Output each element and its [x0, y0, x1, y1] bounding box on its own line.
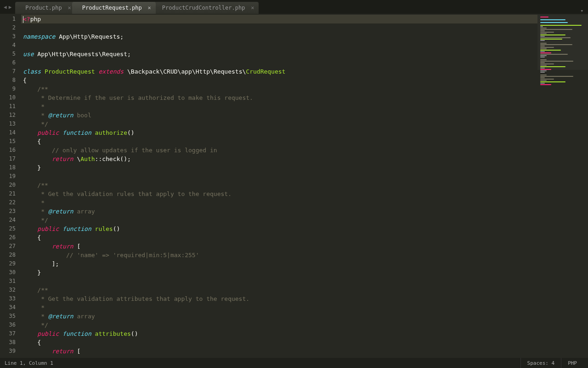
- code-line[interactable]: return \Auth::check();: [21, 155, 537, 163]
- line-number: 37: [0, 329, 21, 338]
- line-number-gutter: 1234567891011121314151617181920212223242…: [0, 14, 21, 358]
- line-number: 36: [0, 321, 21, 329]
- code-line[interactable]: /**: [21, 181, 537, 190]
- code-line[interactable]: namespace App\Http\Requests;: [21, 32, 537, 41]
- line-number: 18: [0, 163, 21, 172]
- code-line[interactable]: public function rules(): [21, 224, 537, 233]
- line-number: 35: [0, 312, 21, 321]
- nav-forward-icon[interactable]: ▶: [8, 4, 13, 10]
- minimap-line: [540, 79, 554, 80]
- line-number: 16: [0, 146, 21, 155]
- code-line[interactable]: }: [21, 163, 537, 172]
- line-number: 39: [0, 347, 21, 356]
- line-number: 5: [0, 50, 21, 58]
- code-line[interactable]: public function attributes(): [21, 329, 537, 338]
- minimap-line: [540, 77, 545, 78]
- nav-arrows: ◀ ▶: [0, 0, 15, 14]
- code-line[interactable]: [21, 41, 537, 50]
- code-line[interactable]: // only allow updates if the user is log…: [21, 146, 537, 155]
- code-line[interactable]: // 'name' => 'required|min:5|max:255': [21, 251, 537, 259]
- code-line[interactable]: return [: [21, 347, 537, 356]
- line-number: 1: [0, 15, 21, 23]
- line-number: 28: [0, 251, 21, 259]
- tabs-overflow-icon[interactable]: ▾: [576, 8, 588, 14]
- tab-label: Product.php: [25, 5, 62, 11]
- line-number: 6: [0, 58, 21, 67]
- tab-close-icon[interactable]: ×: [148, 5, 151, 11]
- line-number: 15: [0, 137, 21, 146]
- editor-area[interactable]: 1234567891011121314151617181920212223242…: [0, 14, 588, 358]
- line-number: 33: [0, 294, 21, 303]
- tab-productrequest-php[interactable]: ProductRequest.php×: [72, 2, 156, 14]
- code-line[interactable]: * @return bool: [21, 111, 537, 120]
- line-number: 3: [0, 32, 21, 41]
- code-line[interactable]: use App\Http\Requests\Request;: [21, 50, 537, 58]
- code-line[interactable]: public function authorize(): [21, 128, 537, 137]
- status-language[interactable]: PHP: [561, 358, 583, 368]
- line-number: 34: [0, 303, 21, 312]
- code-line[interactable]: /**: [21, 286, 537, 294]
- tab-label: ProductCrudController.php: [162, 5, 245, 11]
- line-number: 25: [0, 224, 21, 233]
- line-number: 13: [0, 120, 21, 128]
- minimap-line: [540, 75, 547, 75]
- tab-close-icon[interactable]: ×: [251, 5, 254, 11]
- minimap-line: [540, 84, 551, 85]
- line-number: 27: [0, 242, 21, 251]
- tab-label: ProductRequest.php: [82, 5, 142, 11]
- minimap[interactable]: [537, 14, 588, 358]
- minimap-line: [540, 81, 565, 82]
- code-line[interactable]: {: [21, 76, 537, 85]
- code-line[interactable]: <?php: [21, 15, 537, 23]
- line-number: 7: [0, 67, 21, 76]
- code-line[interactable]: [21, 277, 537, 286]
- code-line[interactable]: class ProductRequest extends \Backpack\C…: [21, 67, 537, 76]
- line-number: 4: [0, 41, 21, 50]
- status-bar: Line 1, Column 1 Spaces: 4 PHP: [0, 358, 588, 368]
- line-number: 10: [0, 93, 21, 102]
- line-number: 11: [0, 102, 21, 111]
- line-number: 8: [0, 76, 21, 85]
- code-line[interactable]: * @return array: [21, 207, 537, 216]
- minimap-viewport[interactable]: [537, 15, 588, 70]
- line-number: 26: [0, 233, 21, 242]
- status-position[interactable]: Line 1, Column 1: [5, 360, 53, 366]
- code-line[interactable]: [21, 58, 537, 67]
- code-line[interactable]: */: [21, 120, 537, 128]
- line-number: 2: [0, 23, 21, 32]
- line-number: 9: [0, 85, 21, 93]
- code-line[interactable]: */: [21, 321, 537, 329]
- code-line[interactable]: /**: [21, 85, 537, 93]
- minimap-line: [540, 72, 545, 73]
- code-line[interactable]: * @return array: [21, 312, 537, 321]
- code-line[interactable]: return [: [21, 242, 537, 251]
- line-number: 21: [0, 190, 21, 198]
- line-number: 12: [0, 111, 21, 120]
- code-line[interactable]: {: [21, 137, 537, 146]
- nav-back-icon[interactable]: ◀: [3, 4, 8, 10]
- code-line[interactable]: }: [21, 268, 537, 277]
- code-line[interactable]: * Get the validation rules that apply to…: [21, 190, 537, 198]
- code-line[interactable]: *: [21, 198, 537, 207]
- code-line[interactable]: */: [21, 216, 537, 224]
- code-line[interactable]: *: [21, 102, 537, 111]
- code-line[interactable]: * Determine if the user is authorized to…: [21, 93, 537, 102]
- code-line[interactable]: [21, 172, 537, 181]
- line-number: 38: [0, 338, 21, 347]
- line-number: 14: [0, 128, 21, 137]
- code-content[interactable]: <?phpnamespace App\Http\Requests;use App…: [21, 14, 537, 358]
- line-number: 20: [0, 181, 21, 190]
- line-number: 24: [0, 216, 21, 224]
- status-indent[interactable]: Spaces: 4: [520, 358, 561, 368]
- line-number: 30: [0, 268, 21, 277]
- tab-close-icon[interactable]: ×: [68, 5, 71, 11]
- code-line[interactable]: {: [21, 338, 537, 347]
- code-line[interactable]: *: [21, 303, 537, 312]
- line-number: 31: [0, 277, 21, 286]
- tab-productcrudcontroller-php[interactable]: ProductCrudController.php×: [152, 2, 259, 14]
- code-line[interactable]: ];: [21, 259, 537, 268]
- code-line[interactable]: * Get the validation attributes that app…: [21, 294, 537, 303]
- code-line[interactable]: {: [21, 233, 537, 242]
- tab-product-php[interactable]: Product.php×: [15, 2, 75, 14]
- code-line[interactable]: [21, 23, 537, 32]
